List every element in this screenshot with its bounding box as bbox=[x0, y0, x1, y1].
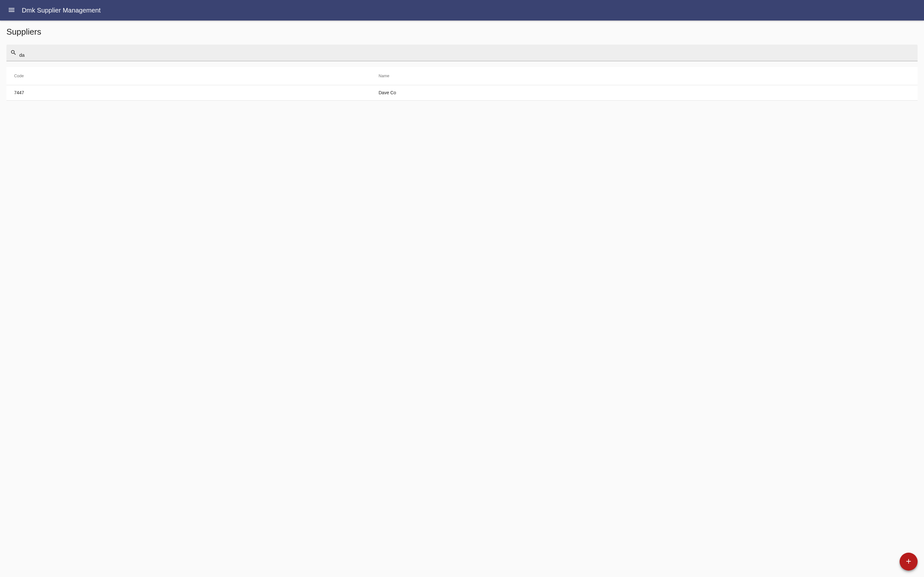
add-supplier-fab[interactable] bbox=[900, 553, 918, 571]
col-header-name[interactable]: Name bbox=[371, 67, 918, 85]
page-title: Suppliers bbox=[6, 27, 918, 37]
page-content: Suppliers Code Name 7447 Dave Co bbox=[0, 21, 924, 107]
search-field[interactable] bbox=[6, 45, 918, 61]
table-row[interactable]: 7447 Dave Co bbox=[6, 85, 918, 100]
menu-icon bbox=[8, 6, 15, 15]
cell-name: Dave Co bbox=[371, 85, 918, 100]
app-title: Dmk Supplier Management bbox=[22, 7, 101, 14]
search-input[interactable] bbox=[19, 50, 914, 58]
search-icon bbox=[10, 51, 19, 57]
cell-code: 7447 bbox=[6, 85, 371, 100]
app-toolbar: Dmk Supplier Management bbox=[0, 0, 924, 21]
menu-button[interactable] bbox=[5, 4, 18, 17]
supplier-table: Code Name 7447 Dave Co bbox=[6, 67, 918, 101]
table-header-row: Code Name bbox=[6, 67, 918, 85]
col-header-code[interactable]: Code bbox=[6, 67, 371, 85]
plus-icon bbox=[905, 558, 913, 566]
